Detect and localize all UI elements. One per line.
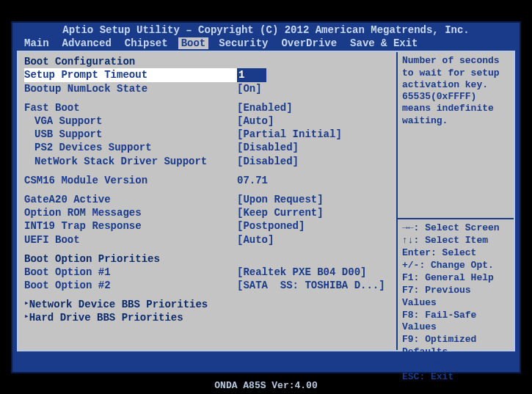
key-hint: F1: General Help bbox=[402, 272, 509, 285]
key-hint: F9: Optimized Defaults bbox=[402, 334, 509, 359]
submenu-network-bbs[interactable]: Network Device BBS Priorities bbox=[24, 298, 390, 311]
key-hint: F7: Previous Values bbox=[402, 285, 509, 310]
tab-boot[interactable]: Boot bbox=[178, 37, 209, 49]
item-label: Setup Prompt Timeout bbox=[24, 68, 237, 81]
key-legend: →←: Select Screen ↑↓: Select Item Enter:… bbox=[398, 218, 514, 350]
item-value: [Partial Initial] bbox=[237, 128, 390, 141]
item-label: INT19 Trap Response bbox=[24, 219, 237, 233]
key-hint: +/-: Change Opt. bbox=[402, 260, 509, 272]
item-label: VGA Support bbox=[24, 114, 237, 128]
item-usb-support[interactable]: USB Support [Partial Initial] bbox=[24, 128, 390, 141]
item-value: [Postponed] bbox=[237, 219, 390, 233]
item-fast-boot[interactable]: Fast Boot [Enabled] bbox=[24, 101, 390, 114]
tab-save-exit[interactable]: Save & Exit bbox=[347, 37, 420, 49]
item-vga-support[interactable]: VGA Support [Auto] bbox=[24, 114, 390, 128]
item-label: USB Support bbox=[24, 128, 237, 141]
item-ps2-support[interactable]: PS2 Devices Support [Disabled] bbox=[24, 141, 390, 154]
item-network-stack[interactable]: NetWork Stack Driver Support [Disabled] bbox=[24, 155, 390, 168]
item-value: 1 bbox=[237, 68, 390, 81]
tab-security[interactable]: Security bbox=[216, 37, 271, 49]
tab-advanced[interactable]: Advanced bbox=[59, 37, 114, 49]
item-boot-option-2[interactable]: Boot Option #2 [SATA SS: TOSHIBA D...] bbox=[24, 279, 390, 292]
item-value: [Auto] bbox=[237, 114, 390, 128]
section-boot-priorities: Boot Option Priorities bbox=[24, 252, 390, 266]
item-label: Boot Option #2 bbox=[24, 279, 237, 292]
item-bootup-numlock[interactable]: Bootup NumLock State [On] bbox=[24, 82, 390, 95]
side-panel: Number of seconds to wait for setup acti… bbox=[396, 52, 514, 350]
item-int19[interactable]: INT19 Trap Response [Postponed] bbox=[24, 219, 390, 233]
key-hint: F8: Fail-Safe Values bbox=[402, 310, 509, 335]
item-label: Boot Option #1 bbox=[24, 266, 237, 279]
item-option-rom[interactable]: Option ROM Messages [Keep Current] bbox=[24, 206, 390, 219]
bios-title: Aptio Setup Utility – Copyright (C) 2012… bbox=[12, 23, 520, 38]
item-value: 07.71 bbox=[237, 174, 390, 187]
item-value: [On] bbox=[237, 82, 390, 95]
item-label: CSM16 Module Version bbox=[24, 174, 237, 187]
tab-overdrive[interactable]: OverDrive bbox=[278, 37, 340, 49]
item-value: [Enabled] bbox=[237, 101, 390, 114]
item-setup-prompt-timeout[interactable]: Setup Prompt Timeout 1 bbox=[24, 68, 390, 81]
item-value: [Realtek PXE B04 D00] bbox=[237, 266, 390, 279]
item-label: NetWork Stack Driver Support bbox=[24, 155, 237, 168]
item-gatea20[interactable]: GateA20 Active [Upon Request] bbox=[24, 193, 390, 206]
item-label: PS2 Devices Support bbox=[24, 141, 237, 154]
item-csm-version: CSM16 Module Version 07.71 bbox=[24, 174, 390, 187]
item-boot-option-1[interactable]: Boot Option #1 [Realtek PXE B04 D00] bbox=[24, 266, 390, 279]
item-value: [Upon Request] bbox=[237, 193, 390, 206]
item-value: [Auto] bbox=[237, 233, 390, 247]
footer-version: ONDA A85S Ver:4.00 bbox=[12, 380, 520, 391]
key-hint: ↑↓: Select Item bbox=[402, 235, 509, 247]
menu-bar: Main Advanced Chipset Boot Security Over… bbox=[12, 37, 520, 49]
key-hint: Enter: Select bbox=[402, 247, 509, 260]
item-value: [Keep Current] bbox=[237, 206, 390, 219]
item-label: GateA20 Active bbox=[24, 193, 237, 206]
help-description: Number of seconds to wait for setup acti… bbox=[398, 52, 514, 218]
item-label: Fast Boot bbox=[24, 101, 237, 114]
bios-screen: Aptio Setup Utility – Copyright (C) 2012… bbox=[11, 21, 521, 373]
main-panel: Boot Configuration Setup Prompt Timeout … bbox=[18, 52, 396, 350]
item-label: UEFI Boot bbox=[24, 233, 237, 247]
content-frame: Boot Configuration Setup Prompt Timeout … bbox=[17, 51, 515, 351]
section-boot-config: Boot Configuration bbox=[24, 55, 390, 68]
tab-chipset[interactable]: Chipset bbox=[122, 37, 171, 49]
item-value: [Disabled] bbox=[237, 155, 390, 168]
item-value: [Disabled] bbox=[237, 141, 390, 154]
item-value: [SATA SS: TOSHIBA D...] bbox=[237, 279, 390, 292]
key-hint: →←: Select Screen bbox=[402, 222, 509, 235]
key-hint: F10: Save & Exit bbox=[402, 359, 509, 371]
item-uefi-boot[interactable]: UEFI Boot [Auto] bbox=[24, 233, 390, 247]
item-label: Option ROM Messages bbox=[24, 206, 237, 219]
submenu-harddrive-bbs[interactable]: Hard Drive BBS Priorities bbox=[24, 311, 390, 324]
item-label: Bootup NumLock State bbox=[24, 82, 237, 95]
tab-main[interactable]: Main bbox=[21, 37, 52, 49]
